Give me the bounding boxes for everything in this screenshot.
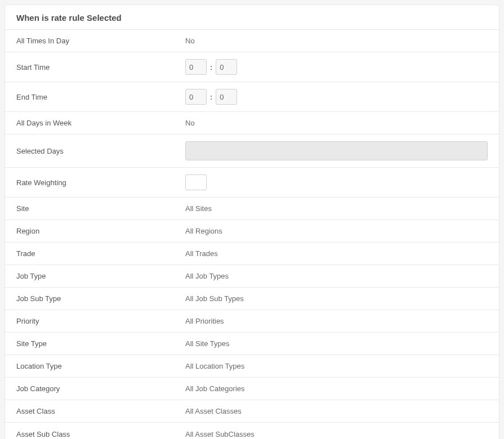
row-rate-weighting: Rate Weighting bbox=[5, 168, 499, 198]
value-asset-sub-class: All Asset SubClasses bbox=[185, 430, 488, 438]
label-job-sub-type: Job Sub Type bbox=[16, 294, 185, 303]
row-asset-class: Asset Class All Asset Classes bbox=[5, 400, 499, 423]
value-region: All Regions bbox=[185, 227, 488, 235]
row-selected-days: Selected Days bbox=[5, 135, 499, 168]
label-region: Region bbox=[16, 227, 185, 235]
label-start-time: Start Time bbox=[16, 63, 185, 71]
start-time-minute-input[interactable] bbox=[216, 59, 237, 75]
time-separator: : bbox=[210, 93, 212, 101]
row-priority: Priority All Priorities bbox=[5, 310, 499, 333]
value-all-days-in-week: No bbox=[185, 119, 488, 127]
value-location-type: All Location Types bbox=[185, 362, 488, 370]
row-job-type: Job Type All Job Types bbox=[5, 265, 499, 288]
value-end-time: : bbox=[185, 89, 488, 105]
value-selected-days bbox=[185, 141, 488, 160]
selected-days-input[interactable] bbox=[185, 141, 488, 160]
row-location-type: Location Type All Location Types bbox=[5, 355, 499, 378]
label-site: Site bbox=[16, 204, 185, 213]
value-trade: All Trades bbox=[185, 249, 488, 258]
row-end-time: End Time : bbox=[5, 82, 499, 112]
rate-weighting-input[interactable] bbox=[185, 174, 207, 190]
time-separator: : bbox=[210, 63, 212, 71]
rate-rule-panel: When is rate rule Selected All Times In … bbox=[5, 5, 499, 439]
label-job-category: Job Category bbox=[16, 384, 185, 393]
row-site: Site All Sites bbox=[5, 198, 499, 220]
label-location-type: Location Type bbox=[16, 362, 185, 370]
row-start-time: Start Time : bbox=[5, 52, 499, 82]
label-site-type: Site Type bbox=[16, 339, 185, 348]
label-job-type: Job Type bbox=[16, 272, 185, 280]
label-end-time: End Time bbox=[16, 93, 185, 101]
row-trade: Trade All Trades bbox=[5, 243, 499, 265]
label-trade: Trade bbox=[16, 249, 185, 258]
label-asset-class: Asset Class bbox=[16, 407, 185, 415]
value-job-sub-type: All Job Sub Types bbox=[185, 294, 488, 303]
row-all-days-in-week: All Days in Week No bbox=[5, 112, 499, 135]
row-site-type: Site Type All Site Types bbox=[5, 333, 499, 355]
label-all-days-in-week: All Days in Week bbox=[16, 119, 185, 127]
panel-header: When is rate rule Selected bbox=[5, 5, 499, 30]
label-all-times-in-day: All Times In Day bbox=[16, 37, 185, 45]
row-asset-sub-class: Asset Sub Class All Asset SubClasses bbox=[5, 423, 499, 439]
value-asset-class: All Asset Classes bbox=[185, 407, 488, 415]
row-job-sub-type: Job Sub Type All Job Sub Types bbox=[5, 288, 499, 310]
value-job-type: All Job Types bbox=[185, 272, 488, 280]
value-priority: All Priorities bbox=[185, 317, 488, 325]
value-site: All Sites bbox=[185, 204, 488, 213]
value-rate-weighting bbox=[185, 174, 488, 190]
start-time-hour-input[interactable] bbox=[185, 59, 207, 75]
end-time-minute-input[interactable] bbox=[216, 89, 237, 105]
value-job-category: All Job Categories bbox=[185, 384, 488, 393]
value-all-times-in-day: No bbox=[185, 37, 488, 45]
label-rate-weighting: Rate Weighting bbox=[16, 178, 185, 187]
row-job-category: Job Category All Job Categories bbox=[5, 378, 499, 400]
panel-title: When is rate rule Selected bbox=[16, 13, 488, 23]
row-region: Region All Regions bbox=[5, 220, 499, 243]
value-site-type: All Site Types bbox=[185, 339, 488, 348]
row-all-times-in-day: All Times In Day No bbox=[5, 30, 499, 52]
label-asset-sub-class: Asset Sub Class bbox=[16, 430, 185, 438]
label-priority: Priority bbox=[16, 317, 185, 325]
label-selected-days: Selected Days bbox=[16, 147, 185, 155]
end-time-hour-input[interactable] bbox=[185, 89, 207, 105]
value-start-time: : bbox=[185, 59, 488, 75]
